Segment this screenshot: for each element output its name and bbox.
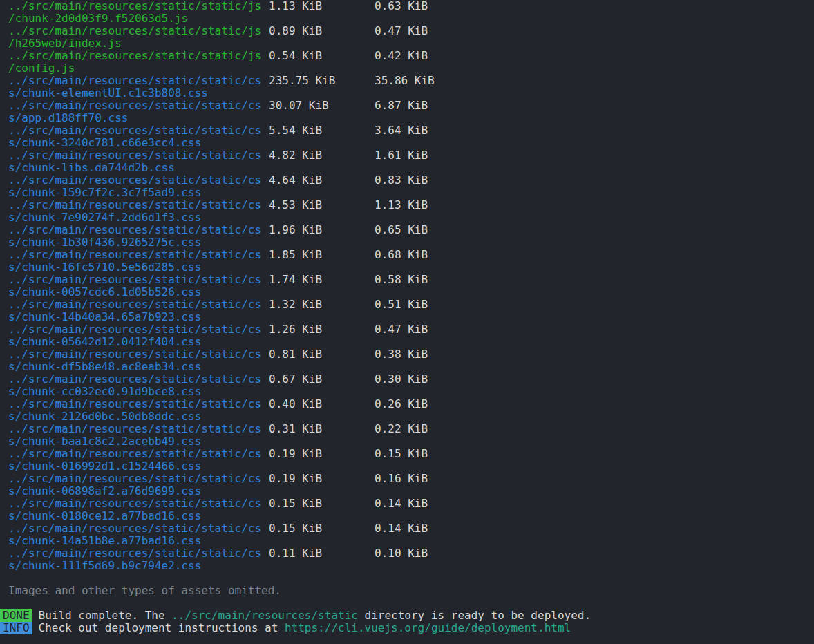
asset-entry-line1: ../src/main/resources/static/static/cs 1…	[0, 299, 814, 311]
asset-gzipped-size: 6.87 KiB	[375, 100, 428, 112]
asset-entry-line2: s/chunk-16fc5710.5e56d285.css	[0, 261, 814, 274]
asset-entry: ../src/main/resources/static/static/cs 1…	[0, 224, 814, 249]
asset-size: 0.40 KiB	[269, 398, 322, 410]
asset-entry: ../src/main/resources/static/static/js 1…	[0, 0, 814, 25]
asset-file-path-line1: ../src/main/resources/static/static/cs	[8, 448, 261, 460]
asset-gzipped-size: 35.86 KiB	[375, 75, 435, 87]
asset-file-path-line1: ../src/main/resources/static/static/cs	[8, 522, 261, 535]
done-text-after: directory is ready to be deployed.	[358, 609, 591, 622]
asset-gzipped-size: 0.65 KiB	[375, 224, 428, 236]
asset-entry: ../src/main/resources/static/static/cs 0…	[0, 423, 814, 448]
asset-gzipped-size: 1.13 KiB	[375, 199, 428, 211]
asset-size: 1.74 KiB	[269, 274, 322, 286]
asset-gzipped-size: 0.68 KiB	[375, 249, 428, 261]
asset-file-path-line2: s/chunk-7e90274f.2dd6d1f3.css	[8, 211, 201, 224]
asset-entry-line1: ../src/main/resources/static/static/cs 5…	[0, 124, 814, 137]
done-message-line: DONEBuild complete. The ../src/main/reso…	[0, 609, 814, 622]
asset-gzipped-size: 0.26 KiB	[375, 398, 428, 410]
asset-size: 0.89 KiB	[269, 25, 322, 37]
asset-entry: ../src/main/resources/static/static/cs 4…	[0, 149, 814, 174]
asset-entry-line2: s/app.d188ff70.css	[0, 112, 814, 124]
asset-entry-line1: ../src/main/resources/static/static/cs 0…	[0, 522, 814, 535]
asset-gzipped-size: 0.15 KiB	[375, 448, 428, 460]
asset-size: 0.15 KiB	[269, 522, 322, 535]
asset-entry: ../src/main/resources/static/static/cs 1…	[0, 299, 814, 323]
asset-size: 235.75 KiB	[269, 75, 335, 87]
asset-entry-line1: ../src/main/resources/static/static/cs 1…	[0, 224, 814, 236]
asset-entry-line2: s/chunk-06898af2.a76d9699.css	[0, 485, 814, 498]
asset-entry: ../src/main/resources/static/static/cs 4…	[0, 199, 814, 224]
asset-entry: ../src/main/resources/static/static/cs 3…	[0, 100, 814, 124]
asset-file-path-line1: ../src/main/resources/static/static/cs	[8, 547, 261, 560]
asset-gzipped-size: 0.83 KiB	[375, 174, 428, 187]
asset-entry-line2: s/chunk-3240c781.c66e3cc4.css	[0, 137, 814, 149]
output-directory-path: ../src/main/resources/static	[171, 609, 358, 622]
asset-file-path-line2: s/chunk-cc032ec0.91d9bce8.css	[8, 386, 201, 398]
asset-file-path-line2: s/chunk-0180ce12.a77bad16.css	[8, 510, 201, 522]
asset-gzipped-size: 0.47 KiB	[375, 25, 428, 37]
asset-file-path-line1: ../src/main/resources/static/static/cs	[8, 423, 261, 435]
asset-gzipped-size: 1.61 KiB	[375, 149, 428, 162]
info-text-before: Check out deployment instructions at	[39, 622, 285, 634]
asset-file-path-line2: s/chunk-3240c781.c66e3cc4.css	[8, 137, 201, 149]
asset-entry-line1: ../src/main/resources/static/static/cs 0…	[0, 373, 814, 386]
asset-entry-line2: s/chunk-libs.da744d2b.css	[0, 162, 814, 174]
asset-file-path-line2: /config.js	[8, 62, 75, 75]
asset-size: 0.19 KiB	[269, 473, 322, 485]
asset-file-path-line2: s/app.d188ff70.css	[8, 112, 128, 124]
asset-gzipped-size: 0.22 KiB	[375, 423, 428, 435]
asset-entry: ../src/main/resources/static/static/cs 0…	[0, 373, 814, 398]
asset-file-path-line1: ../src/main/resources/static/static/cs	[8, 373, 261, 386]
asset-file-path-line2: s/chunk-2126d0bc.50db8ddc.css	[8, 410, 201, 423]
info-message-line: INFOCheck out deployment instructions at…	[0, 622, 814, 634]
asset-gzipped-size: 0.42 KiB	[375, 50, 428, 62]
asset-entry-line2: s/chunk-111f5d69.b9c794e2.css	[0, 560, 814, 572]
asset-gzipped-size: 0.16 KiB	[375, 473, 428, 485]
asset-entry: ../src/main/resources/static/static/cs 1…	[0, 323, 814, 348]
asset-entry: ../src/main/resources/static/static/cs 2…	[0, 75, 814, 100]
asset-entry-line1: ../src/main/resources/static/static/cs 0…	[0, 398, 814, 410]
asset-file-path-line2: s/chunk-df5b8e48.ac8eab34.css	[8, 361, 201, 373]
asset-entry: ../src/main/resources/static/static/js 0…	[0, 25, 814, 50]
asset-entry-line2: s/chunk-14a51b8e.a77bad16.css	[0, 535, 814, 547]
asset-file-path-line1: ../src/main/resources/static/static/cs	[8, 473, 261, 485]
asset-size: 0.31 KiB	[269, 423, 322, 435]
info-badge: INFO	[0, 622, 32, 634]
asset-size: 0.11 KiB	[269, 547, 322, 560]
asset-file-path-line1: ../src/main/resources/static/static/cs	[8, 75, 261, 87]
asset-gzipped-size: 0.47 KiB	[375, 323, 428, 336]
asset-entry: ../src/main/resources/static/static/cs 0…	[0, 448, 814, 473]
asset-gzipped-size: 0.63 KiB	[375, 0, 428, 12]
asset-size: 1.96 KiB	[269, 224, 322, 236]
asset-gzipped-size: 0.38 KiB	[375, 348, 428, 361]
asset-size: 4.82 KiB	[269, 149, 322, 162]
done-text-before: Build complete. The	[39, 609, 172, 622]
terminal-build-output: ../src/main/resources/static/static/js 1…	[0, 0, 814, 644]
asset-size: 0.54 KiB	[269, 50, 322, 62]
asset-file-path-line1: ../src/main/resources/static/static/cs	[8, 149, 261, 162]
asset-size: 0.15 KiB	[269, 498, 322, 510]
deployment-docs-link[interactable]: https://cli.vuejs.org/guide/deployment.h…	[285, 622, 571, 634]
asset-entry-line2: s/chunk-baa1c8c2.2acebb49.css	[0, 435, 814, 448]
asset-size: 5.54 KiB	[269, 124, 322, 137]
asset-entry-line1: ../src/main/resources/static/static/cs 3…	[0, 100, 814, 112]
asset-entry-line1: ../src/main/resources/static/static/js 0…	[0, 25, 814, 37]
asset-file-path-line1: ../src/main/resources/static/static/cs	[8, 299, 261, 311]
asset-file-path-line1: ../src/main/resources/static/static/cs	[8, 224, 261, 236]
asset-entry-line1: ../src/main/resources/static/static/cs 1…	[0, 323, 814, 336]
asset-entry: ../src/main/resources/static/static/cs 0…	[0, 498, 814, 522]
asset-gzipped-size: 0.14 KiB	[375, 498, 428, 510]
asset-entry-line1: ../src/main/resources/static/static/cs 0…	[0, 473, 814, 485]
asset-entry: ../src/main/resources/static/static/cs 1…	[0, 249, 814, 274]
asset-entry-line2: /h265web/index.js	[0, 37, 814, 50]
asset-entry-line1: ../src/main/resources/static/static/cs 4…	[0, 174, 814, 187]
asset-entry: ../src/main/resources/static/static/cs 4…	[0, 174, 814, 199]
asset-entry-line1: ../src/main/resources/static/static/cs 0…	[0, 547, 814, 560]
asset-entry-line2: s/chunk-14b40a34.65a7b923.css	[0, 311, 814, 323]
asset-file-path-line2: s/chunk-14a51b8e.a77bad16.css	[8, 535, 201, 547]
asset-file-path-line1: ../src/main/resources/static/static/cs	[8, 124, 261, 137]
asset-list: ../src/main/resources/static/static/js 1…	[0, 0, 814, 572]
asset-entry-line1: ../src/main/resources/static/static/cs 4…	[0, 199, 814, 211]
asset-entry-line2: s/chunk-7e90274f.2dd6d1f3.css	[0, 211, 814, 224]
asset-entry-line1: ../src/main/resources/static/static/cs 0…	[0, 448, 814, 460]
